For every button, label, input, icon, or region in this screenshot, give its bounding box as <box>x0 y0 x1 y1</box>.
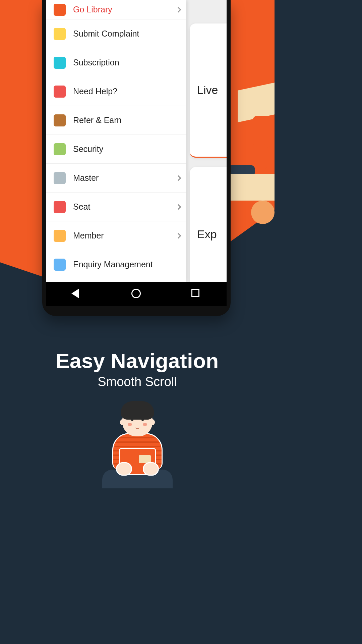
chevron-right-icon <box>176 233 181 238</box>
sidebar-item-seat[interactable]: Seat <box>46 193 186 221</box>
android-recent-button[interactable] <box>191 289 201 299</box>
content-behind-drawer: Live Exp <box>186 0 227 282</box>
sidebar-item-label: Enquiry Management <box>73 260 180 269</box>
go-library-icon <box>54 4 66 16</box>
subscription-icon <box>54 57 66 69</box>
sidebar-item-master[interactable]: Master <box>46 164 186 193</box>
marketing-headline: Easy Navigation Smooth Scroll <box>0 349 275 389</box>
sidebar-item-member[interactable]: Member <box>46 221 186 250</box>
sidebar-item-label: Seat <box>73 202 176 212</box>
chevron-right-icon <box>176 204 181 210</box>
headline-title: Easy Navigation <box>0 349 275 373</box>
card-exp-label: Exp <box>197 228 217 241</box>
refer-earn-icon <box>54 114 66 126</box>
sidebar-item-label: Submit Complaint <box>73 29 180 39</box>
headline-subtitle: Smooth Scroll <box>0 375 275 389</box>
member-icon <box>54 230 66 242</box>
sidebar-item-label: Go Library <box>73 5 176 14</box>
sidebar-item-label: Security <box>73 144 180 154</box>
phone-screen: Live Exp Go LibrarySubmit ComplaintSubsc… <box>46 0 227 306</box>
sidebar-item-label: Master <box>73 173 176 183</box>
security-icon <box>54 143 66 155</box>
sidebar-item-label: Subscription <box>73 58 180 67</box>
need-help-icon <box>54 86 66 98</box>
phone-frame: Live Exp Go LibrarySubmit ComplaintSubsc… <box>42 0 231 316</box>
sidebar-item-subscription[interactable]: Subscription <box>46 48 186 77</box>
chevron-right-icon <box>176 7 181 12</box>
card-live-label: Live <box>197 84 218 97</box>
card-exp[interactable]: Exp <box>190 167 227 301</box>
master-icon <box>54 172 66 184</box>
android-home-button[interactable] <box>131 289 141 299</box>
sidebar-item-label: Need Help? <box>73 87 180 96</box>
sidebar-item-label: Refer & Earn <box>73 115 180 125</box>
navigation-drawer[interactable]: Go LibrarySubmit ComplaintSubscriptionNe… <box>46 0 186 282</box>
android-nav-bar <box>46 282 227 306</box>
boy-illustration <box>97 405 178 488</box>
sidebar-item-refer-earn[interactable]: Refer & Earn <box>46 106 186 135</box>
submit-complaint-icon <box>54 28 66 40</box>
sidebar-item-security[interactable]: Security <box>46 135 186 164</box>
enquiry-management-icon <box>54 259 66 271</box>
reader-illustration <box>228 80 275 221</box>
sidebar-item-need-help[interactable]: Need Help? <box>46 77 186 106</box>
android-back-button[interactable] <box>71 289 81 299</box>
card-live[interactable]: Live <box>190 23 227 158</box>
sidebar-item-enquiry-management[interactable]: Enquiry Management <box>46 250 186 279</box>
sidebar-item-submit-complaint[interactable]: Submit Complaint <box>46 19 186 48</box>
seat-icon <box>54 201 66 213</box>
sidebar-item-go-library[interactable]: Go Library <box>46 0 186 19</box>
sidebar-item-label: Member <box>73 231 176 240</box>
chevron-right-icon <box>176 175 181 181</box>
